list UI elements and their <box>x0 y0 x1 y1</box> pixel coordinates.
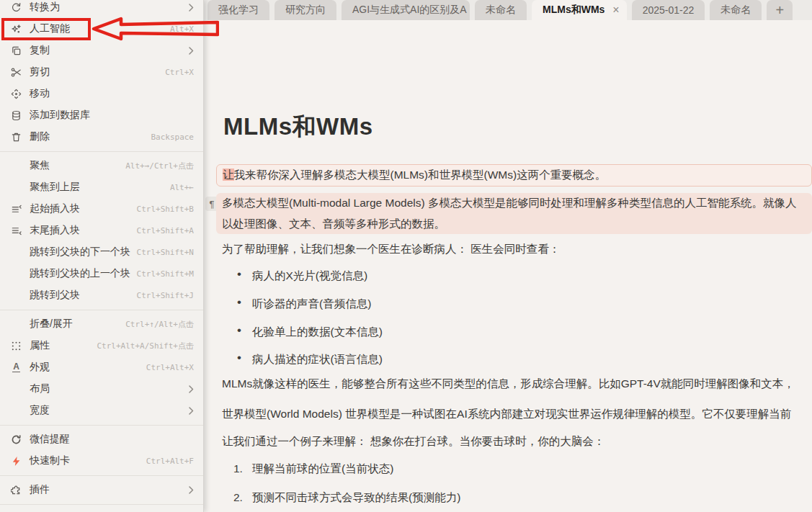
wechat-reminder-icon <box>10 434 22 446</box>
tab-research-direction[interactable]: 研究方向 <box>275 0 336 20</box>
page-title[interactable]: MLMs和WMs <box>223 111 372 143</box>
menu-item-appearance[interactable]: A 外观 Ctrl+Alt+X <box>0 356 203 378</box>
chevron-right-icon <box>189 486 194 494</box>
paragraph-selected-intro[interactable]: 让我来帮你深入理解多模态大模型(MLMs)和世界模型(WMs)这两个重要概念。 <box>216 164 812 187</box>
menu-divider <box>0 310 203 310</box>
paragraph-doctor-intro[interactable]: 为了帮助理解，让我们想象一个医生在诊断病人： 医生会同时查看： <box>216 242 812 256</box>
copy-icon <box>10 45 22 57</box>
menu-item-jump-parent-prev[interactable]: 跳转到父块的上一个块 Ctrl+Shift+M <box>0 263 203 284</box>
menu-item-delete[interactable]: 删除 Backspace <box>0 126 203 148</box>
menu-item-copy[interactable]: 复制 <box>0 40 203 61</box>
chevron-right-icon <box>189 47 194 55</box>
database-icon <box>10 109 22 122</box>
bullet-icon: • <box>237 267 241 282</box>
menu-item-move[interactable]: 移动 <box>0 83 203 104</box>
bullet-icon: • <box>237 323 241 338</box>
menu-item-jump-parent-next[interactable]: 跳转到父块的下一个块 Ctrl+Shift+N <box>0 241 203 263</box>
menu-item-quick-flashcard[interactable]: 快速制卡 Ctrl+Alt+F <box>0 450 203 472</box>
annotation-red-box <box>1 18 91 40</box>
chevron-right-icon <box>189 4 194 12</box>
attributes-dots-icon <box>10 340 22 352</box>
menu-item-fold-unfold[interactable]: 折叠/展开 Ctrl+↑/Alt+点击 <box>0 313 203 335</box>
menu-divider <box>0 504 203 505</box>
menu-divider <box>0 151 203 152</box>
tab-untitled-1[interactable]: 未命名 <box>475 0 527 20</box>
menu-item-insert-block-start[interactable]: 起始插入块 Ctrl+Shift+B <box>0 198 203 220</box>
menu-item-plugins[interactable]: 插件 <box>0 479 203 500</box>
selected-char: 让 <box>223 169 234 181</box>
convert-icon <box>10 1 22 14</box>
bullet-icon: • <box>237 351 241 365</box>
menu-item-add-to-database[interactable]: 添加到数据库 <box>0 104 203 126</box>
tab-untitled-2[interactable]: 未命名 <box>710 0 762 20</box>
paragraph-mlm-definition[interactable]: 多模态大模型(Multi-modal Large Models) 多模态大模型是… <box>216 193 812 234</box>
menu-item-focus-parent[interactable]: 聚焦到上层 Alt+← <box>0 176 203 198</box>
menu-item-insert-block-end[interactable]: 末尾插入块 Ctrl+Shift+A <box>0 220 203 241</box>
insert-block-end-icon <box>10 225 22 237</box>
plugin-icon <box>10 484 22 496</box>
menu-item-cut[interactable]: 剪切 Ctrl+X <box>0 61 203 83</box>
trash-icon <box>10 131 22 143</box>
bullet-icon: • <box>237 295 241 310</box>
menu-item-attributes[interactable]: 属性 Ctrl+Alt+A/Shift+点击 <box>0 335 203 356</box>
tab-mlms-wms[interactable]: MLMs和WMs × <box>532 0 627 20</box>
tab-2025-01-22[interactable]: 2025-01-22 <box>632 0 705 20</box>
menu-item-layout[interactable]: 布局 <box>0 378 203 400</box>
menu-item-focus[interactable]: 聚焦 Alt+→/Ctrl+点击 <box>0 155 203 176</box>
annotation-red-arrow-icon <box>92 16 219 42</box>
updated-timestamp: 更新于 2025-01-22 15:52:56 <box>0 508 203 512</box>
context-menu: 转换为 人工智能 Alt+X 复制 剪切 Ctrl+X <box>0 0 204 512</box>
paragraph-mlm-summary[interactable]: MLMs就像这样的医生，能够整合所有这些不同类型的信息，形成综合理解。比如GPT… <box>216 377 812 391</box>
scissors-icon <box>10 66 22 78</box>
paragraph-billiards-intro[interactable]: 让我们通过一个例子来理解： 想象你在打台球。当你要击球时，你的大脑会： <box>216 434 812 449</box>
chevron-right-icon <box>189 407 194 415</box>
menu-item-wechat-reminder[interactable]: 微信提醒 <box>0 428 203 450</box>
menu-divider <box>0 425 203 426</box>
close-icon[interactable]: × <box>612 4 619 16</box>
insert-block-start-icon <box>10 203 22 215</box>
paragraph-wm-definition[interactable]: 世界模型(World Models) 世界模型是一种试图在AI系统内部建立对现实… <box>216 407 812 421</box>
menu-item-width[interactable]: 宽度 <box>0 400 203 421</box>
lightning-icon <box>10 455 22 467</box>
appearance-icon: A <box>10 361 22 374</box>
new-tab-button[interactable]: + <box>767 0 793 20</box>
menu-divider <box>0 475 203 476</box>
move-icon <box>10 88 22 100</box>
tab-agi-vs-genai[interactable]: AGI与生成式AI的区别及A <box>342 0 470 20</box>
tab-label: MLMs和WMs <box>543 4 604 17</box>
chevron-right-icon <box>189 385 194 393</box>
menu-item-jump-parent[interactable]: 跳转到父块 Ctrl+Shift+J <box>0 284 203 306</box>
